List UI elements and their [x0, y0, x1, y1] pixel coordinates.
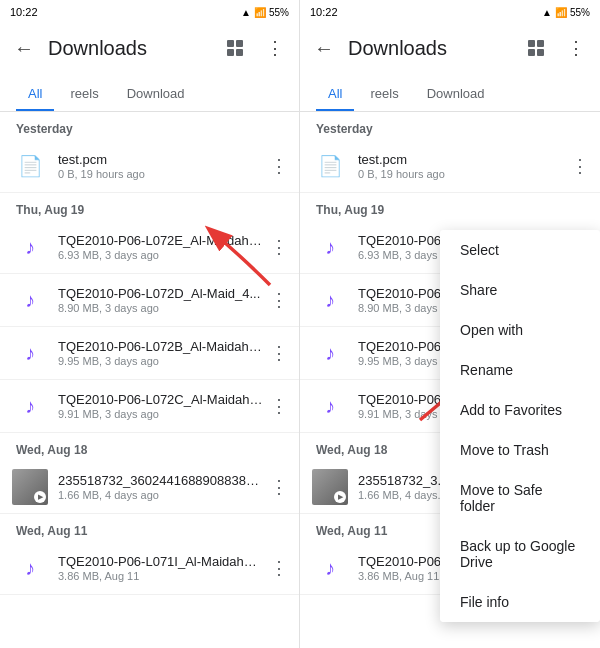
file-info: TQE2010-P06-L072E_Al-Maidah_4... 6.93 MB… — [58, 233, 263, 261]
right-section-aug19: Thu, Aug 19 — [300, 193, 600, 221]
file-info: TQE2010-P06-L072D_Al-Maid_4... 8.90 MB, … — [58, 286, 263, 314]
file-name: test.pcm — [358, 152, 564, 167]
music-icon: ♪ — [312, 335, 348, 371]
left-section-aug11: Wed, Aug 11 — [0, 514, 299, 542]
file-name: TQE2010-P06-L072B_Al-Maidah_4... — [58, 339, 263, 354]
left-page-title: Downloads — [44, 37, 215, 60]
left-scroll-content: Yesterday 📄 test.pcm 0 B, 19 hours ago ⋮… — [0, 112, 299, 648]
left-grid-button[interactable] — [215, 28, 255, 68]
context-menu-share[interactable]: Share — [440, 270, 600, 310]
item-more-button[interactable]: ⋮ — [263, 150, 295, 182]
list-item: ♪ TQE2010-P06-L072E_Al-Maidah_4... 6.93 … — [0, 221, 299, 274]
context-menu-open-with[interactable]: Open with — [440, 310, 600, 350]
file-info: TQE2010-P06-L072B_Al-Maidah_4... 9.95 MB… — [58, 339, 263, 367]
right-more-button[interactable]: ⋮ — [556, 28, 596, 68]
left-signal-icon: ▲ — [241, 7, 251, 18]
right-grid-button[interactable] — [516, 28, 556, 68]
right-wifi-icon: 📶 — [555, 7, 567, 18]
left-more-button[interactable]: ⋮ — [255, 28, 295, 68]
left-section-aug18: Wed, Aug 18 — [0, 433, 299, 461]
left-section-aug19: Thu, Aug 19 — [0, 193, 299, 221]
thumbnail-icon: ▶ — [312, 469, 348, 505]
right-status-icons: ▲ 📶 55% — [542, 7, 590, 18]
right-section-yesterday: Yesterday — [300, 112, 600, 140]
left-top-actions: ⋮ — [215, 28, 295, 68]
left-panel: 10:22 ▲ 📶 55% ← Downloads ⋮ All reels Do… — [0, 0, 300, 648]
list-item: 📄 test.pcm 0 B, 19 hours ago ⋮ — [300, 140, 600, 193]
file-info: TQE2010-P06-L072C_Al-Maidah_4... 9.91 MB… — [58, 392, 263, 420]
left-status-bar: 10:22 ▲ 📶 55% — [0, 0, 299, 24]
right-back-button[interactable]: ← — [304, 28, 344, 68]
left-section-yesterday: Yesterday — [0, 112, 299, 140]
left-tab-download[interactable]: Download — [115, 86, 197, 111]
file-meta: 1.66 MB, 4 days ago — [58, 489, 263, 501]
file-meta: 6.93 MB, 3 days ago — [58, 249, 263, 261]
right-signal-icon: ▲ — [542, 7, 552, 18]
thumbnail-icon: ▶ — [12, 469, 48, 505]
right-status-bar: 10:22 ▲ 📶 55% — [300, 0, 600, 24]
file-name: TQE2010-P06-L072D_Al-Maid_4... — [58, 286, 263, 301]
item-more-button[interactable]: ⋮ — [263, 284, 295, 316]
music-icon: ♪ — [12, 335, 48, 371]
list-item: ♪ TQE2010-P06-L071I_Al-Maidah_2... 3.86 … — [0, 542, 299, 595]
item-more-button[interactable]: ⋮ — [263, 471, 295, 503]
item-more-button[interactable]: ⋮ — [263, 552, 295, 584]
music-icon: ♪ — [312, 229, 348, 265]
music-icon: ♪ — [312, 282, 348, 318]
list-item: 📄 test.pcm 0 B, 19 hours ago ⋮ — [0, 140, 299, 193]
file-info: test.pcm 0 B, 19 hours ago — [58, 152, 263, 180]
left-tab-reels[interactable]: reels — [58, 86, 110, 111]
left-battery: 55% — [269, 7, 289, 18]
list-item: ♪ TQE2010-P06-L072B_Al-Maidah_4... 9.95 … — [0, 327, 299, 380]
context-menu-rename[interactable]: Rename — [440, 350, 600, 390]
right-battery: 55% — [570, 7, 590, 18]
list-item: ♪ TQE2010-P06-L072C_Al-Maidah_4... 9.91 … — [0, 380, 299, 433]
list-item: ▶ 235518732_3602441688908838_8... 1.66 M… — [0, 461, 299, 514]
file-name: TQE2010-P06-L072E_Al-Maidah_4... — [58, 233, 263, 248]
context-menu-select[interactable]: Select — [440, 230, 600, 270]
music-icon: ♪ — [312, 550, 348, 586]
right-grid-icon — [528, 40, 544, 56]
music-icon: ♪ — [12, 282, 48, 318]
context-menu-backup-drive[interactable]: Back up to Google Drive — [440, 526, 600, 582]
list-item: ♪ TQE2010-P06-L072D_Al-Maid_4... 8.90 MB… — [0, 274, 299, 327]
context-menu-file-info[interactable]: File info — [440, 582, 600, 622]
left-back-button[interactable]: ← — [4, 28, 44, 68]
file-meta: 0 B, 19 hours ago — [358, 168, 564, 180]
file-name: TQE2010-P06-L072C_Al-Maidah_4... — [58, 392, 263, 407]
item-more-button[interactable]: ⋮ — [263, 390, 295, 422]
doc-icon: 📄 — [12, 148, 48, 184]
right-tabs: All reels Download — [300, 72, 600, 112]
right-time: 10:22 — [310, 6, 338, 18]
file-meta: 0 B, 19 hours ago — [58, 168, 263, 180]
file-info: 235518732_3602441688908838_8... 1.66 MB,… — [58, 473, 263, 501]
left-wifi-icon: 📶 — [254, 7, 266, 18]
right-top-bar: ← Downloads ⋮ — [300, 24, 600, 72]
file-meta: 3.86 MB, Aug 11 — [58, 570, 263, 582]
item-more-button[interactable]: ⋮ — [263, 231, 295, 263]
context-menu-add-favorites[interactable]: Add to Favorites — [440, 390, 600, 430]
item-more-button[interactable]: ⋮ — [263, 337, 295, 369]
right-tab-reels[interactable]: reels — [358, 86, 410, 111]
left-tab-all[interactable]: All — [16, 86, 54, 111]
doc-icon: 📄 — [312, 148, 348, 184]
right-page-title: Downloads — [344, 37, 516, 60]
right-panel: 10:22 ▲ 📶 55% ← Downloads ⋮ All reels Do… — [300, 0, 600, 648]
file-info: test.pcm 0 B, 19 hours ago — [358, 152, 564, 180]
right-tab-download[interactable]: Download — [415, 86, 497, 111]
context-menu-move-trash[interactable]: Move to Trash — [440, 430, 600, 470]
left-tabs: All reels Download — [0, 72, 299, 112]
context-menu-move-safe[interactable]: Move to Safe folder — [440, 470, 600, 526]
item-more-button[interactable]: ⋮ — [564, 150, 596, 182]
music-icon: ♪ — [12, 388, 48, 424]
file-name: TQE2010-P06-L071I_Al-Maidah_2... — [58, 554, 263, 569]
left-time: 10:22 — [10, 6, 38, 18]
right-tab-all[interactable]: All — [316, 86, 354, 111]
music-icon: ♪ — [12, 550, 48, 586]
file-meta: 9.91 MB, 3 days ago — [58, 408, 263, 420]
music-icon: ♪ — [12, 229, 48, 265]
file-meta: 8.90 MB, 3 days ago — [58, 302, 263, 314]
file-meta: 9.95 MB, 3 days ago — [58, 355, 263, 367]
file-name: test.pcm — [58, 152, 263, 167]
left-status-icons: ▲ 📶 55% — [241, 7, 289, 18]
